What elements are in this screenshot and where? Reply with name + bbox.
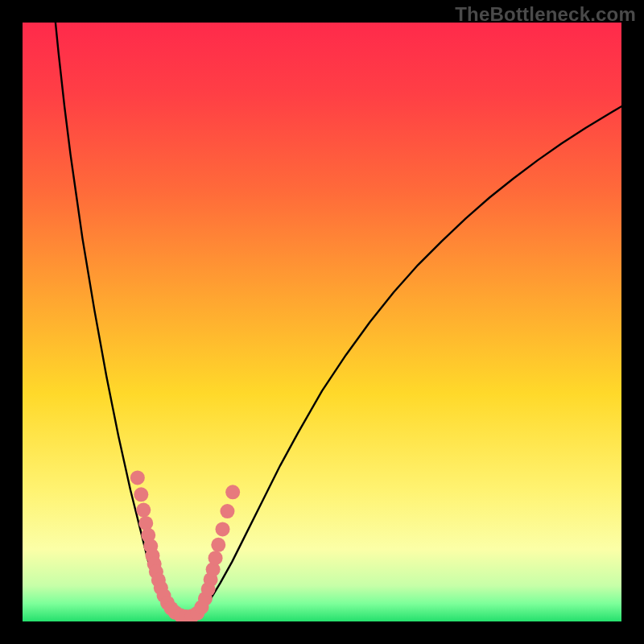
watermark-text: TheBottleneck.com — [455, 3, 636, 26]
data-point — [211, 538, 225, 552]
gradient-background — [23, 23, 621, 621]
chart-svg — [23, 23, 621, 621]
data-point — [138, 516, 153, 530]
data-point — [136, 503, 151, 518]
outer-frame: TheBottleneck.com — [0, 0, 644, 644]
data-point — [216, 522, 230, 536]
data-point — [225, 485, 240, 499]
data-point — [130, 470, 145, 485]
data-point — [208, 551, 223, 565]
data-point — [134, 487, 148, 502]
chart-plot-area — [23, 23, 621, 621]
data-point — [220, 504, 234, 518]
